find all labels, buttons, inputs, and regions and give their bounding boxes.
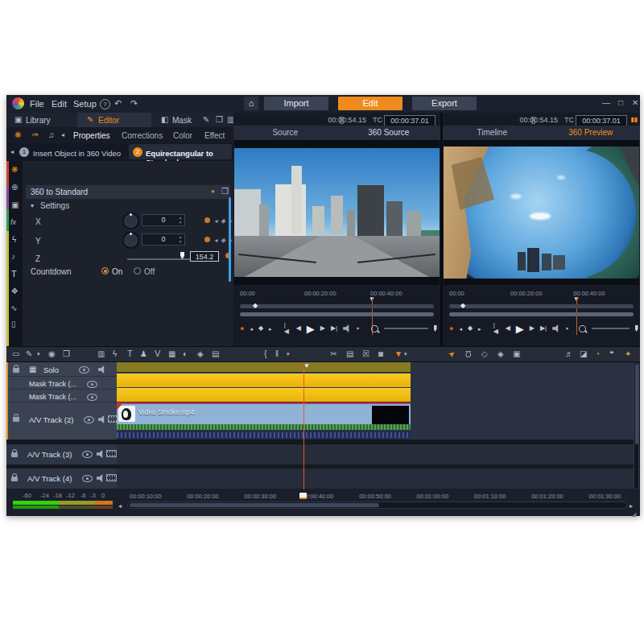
lock-icon[interactable] bbox=[13, 417, 19, 422]
go-end-icon[interactable]: ▶| bbox=[540, 325, 547, 332]
eye-icon[interactable] bbox=[82, 475, 93, 482]
tab-effect[interactable]: Effect bbox=[204, 131, 225, 140]
effect-active-dot[interactable]: ● bbox=[211, 188, 215, 195]
timeline-playhead-line[interactable] bbox=[303, 362, 304, 489]
camera-icon[interactable]: ◙ bbox=[378, 350, 383, 358]
wrench-icon[interactable]: ✦ bbox=[625, 350, 631, 358]
sidebar-title-icon[interactable]: T bbox=[11, 270, 17, 279]
zoom-out-icon[interactable] bbox=[579, 325, 586, 332]
tab-corrections[interactable]: Corrections bbox=[122, 131, 163, 140]
timeline-playhead-grip-icon[interactable]: ▼ bbox=[303, 363, 310, 369]
settings-section-label[interactable]: Settings bbox=[40, 201, 69, 210]
step-1-label[interactable]: Insert Object in 360 Video bbox=[33, 149, 121, 158]
speaker-icon[interactable] bbox=[98, 415, 106, 423]
track-name-solo[interactable]: Solo bbox=[43, 365, 59, 374]
storyboard-icon[interactable]: ◉ bbox=[48, 350, 56, 358]
kf-prev-icon[interactable]: ◂ bbox=[459, 326, 462, 332]
video-track-icon[interactable] bbox=[106, 474, 117, 481]
countdown-on-radio[interactable] bbox=[101, 267, 109, 275]
audio-icon[interactable]: ♬ bbox=[565, 350, 573, 358]
preview-zoom-scrollbar[interactable] bbox=[449, 312, 634, 316]
tab-color[interactable]: Color bbox=[173, 131, 192, 140]
source-zoom-scrollbar[interactable] bbox=[240, 312, 434, 316]
timeline-hscrollbar[interactable] bbox=[127, 502, 627, 509]
x-kf-prev-icon[interactable]: ◂ bbox=[214, 217, 217, 225]
tab-mask[interactable]: Mask bbox=[172, 116, 192, 125]
scorefitter-icon[interactable]: ◪ bbox=[580, 350, 587, 358]
wand-icon[interactable]: ✎ bbox=[26, 350, 32, 358]
motion-track-icon[interactable]: ♟ bbox=[140, 350, 147, 358]
audio-mixer-icon[interactable]: ▥ bbox=[97, 350, 105, 358]
step-back-icon[interactable]: ◀ bbox=[506, 325, 510, 332]
zoom-out-icon[interactable] bbox=[371, 325, 378, 332]
volume-dropdown-icon[interactable]: ▾ bbox=[357, 326, 359, 331]
track-av4-content[interactable] bbox=[117, 469, 634, 489]
source-scrub-diamond-icon[interactable]: ◆ bbox=[253, 303, 258, 309]
sidebar-wave-icon[interactable]: ∿ bbox=[10, 304, 17, 312]
kf-prev-icon[interactable]: ◂ bbox=[250, 326, 253, 332]
track-name-av4[interactable]: A/V Track (4) bbox=[27, 474, 72, 483]
collapse-left-icon[interactable]: ◂ bbox=[10, 149, 14, 155]
play-icon[interactable]: ▶ bbox=[307, 324, 315, 334]
zoom-slider[interactable] bbox=[384, 328, 428, 329]
sidebar-transform-icon[interactable]: ✥ bbox=[11, 287, 18, 295]
track-name-mask1[interactable]: Mask Track (... bbox=[29, 380, 76, 388]
eye-icon[interactable] bbox=[82, 451, 93, 458]
volume-icon[interactable] bbox=[552, 324, 560, 332]
tracks-vscrollbar[interactable] bbox=[634, 362, 639, 489]
play-icon[interactable]: ▶ bbox=[516, 324, 524, 334]
speaker-icon[interactable] bbox=[97, 450, 105, 458]
step-forward-icon[interactable]: ▶ bbox=[320, 325, 325, 332]
sidebar-camera-icon[interactable]: ▣ bbox=[11, 201, 19, 209]
tab-library[interactable]: Library bbox=[26, 116, 51, 125]
source-scrubber[interactable] bbox=[240, 304, 434, 308]
multicam-icon[interactable]: ▦ bbox=[168, 350, 175, 358]
selection-strip[interactable] bbox=[117, 362, 411, 372]
record-icon[interactable]: ● bbox=[240, 325, 244, 332]
z-value-box[interactable]: 154.2 bbox=[190, 251, 219, 262]
tag-icon[interactable]: ◈ bbox=[197, 350, 204, 358]
source-video-viewport[interactable] bbox=[234, 140, 440, 285]
menu-setup[interactable]: Setup bbox=[73, 99, 97, 109]
y-value-box[interactable]: 0 ▴▾ bbox=[142, 233, 185, 246]
dropdown-icon[interactable]: ▾ bbox=[37, 351, 40, 357]
resize-grip-icon[interactable]: ◢ bbox=[632, 511, 636, 517]
pie-icon[interactable]: ◐ bbox=[183, 350, 188, 358]
video-track-icon[interactable] bbox=[106, 450, 117, 457]
solo-grid-icon[interactable]: ▦ bbox=[29, 365, 36, 374]
mark-out-icon[interactable]: ‖ bbox=[275, 350, 279, 358]
ruler-playhead-marker[interactable] bbox=[299, 493, 307, 499]
y-dial[interactable] bbox=[122, 232, 139, 249]
sidebar-keypad-icon[interactable]: ▯ bbox=[11, 320, 16, 328]
eye-icon[interactable] bbox=[87, 381, 97, 388]
edit-tab[interactable]: Edit bbox=[338, 97, 402, 110]
import-tab[interactable]: Import bbox=[264, 97, 328, 110]
settings-scrollbar[interactable] bbox=[229, 197, 231, 282]
mask-clip-1[interactable] bbox=[117, 374, 411, 387]
lock-icon[interactable] bbox=[11, 477, 18, 481]
go-end-icon[interactable]: ▶| bbox=[331, 325, 337, 332]
kf-diamond-icon[interactable]: ◆ bbox=[468, 325, 473, 332]
record-icon[interactable]: ● bbox=[449, 325, 453, 332]
razor-icon[interactable]: ✂ bbox=[330, 350, 336, 358]
undo-icon[interactable]: ↶ bbox=[114, 99, 122, 108]
export-tab[interactable]: Export bbox=[412, 97, 477, 110]
x-kf-add-icon[interactable]: ◈ bbox=[221, 217, 225, 225]
minimize-button[interactable]: — bbox=[602, 98, 610, 107]
sidebar-lightning-icon[interactable]: ϟ bbox=[12, 236, 16, 244]
mark-in-icon[interactable]: { bbox=[264, 349, 267, 358]
audio-waveform-band[interactable] bbox=[117, 431, 411, 440]
track-name-mask2[interactable]: Mask Track (... bbox=[29, 393, 76, 401]
settings-caret-icon[interactable]: ▾ bbox=[31, 203, 34, 209]
link-icon[interactable]: ✎ bbox=[203, 116, 209, 124]
delete-icon[interactable]: ☒ bbox=[362, 350, 369, 358]
scroll-right-icon[interactable]: ▸ bbox=[630, 503, 633, 510]
step-back-icon[interactable]: ◀ bbox=[296, 325, 301, 332]
title-icon[interactable]: T bbox=[127, 349, 133, 358]
speaker-icon[interactable] bbox=[98, 365, 106, 374]
track-name-av3[interactable]: A/V Track (3) bbox=[27, 450, 72, 459]
zoom-slider[interactable] bbox=[592, 328, 630, 329]
volume-dropdown-icon[interactable]: ▾ bbox=[566, 326, 568, 331]
go-start-icon[interactable]: |◀ bbox=[284, 322, 291, 335]
palette-icon[interactable]: ❋ bbox=[14, 131, 21, 139]
